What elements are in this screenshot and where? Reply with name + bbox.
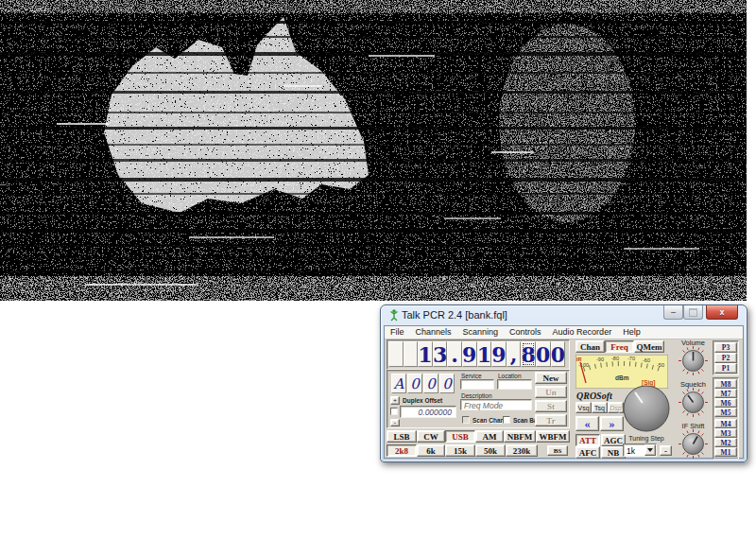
meter-scale-label: -50 xyxy=(657,362,664,368)
location-input[interactable] xyxy=(497,379,532,390)
mode-usb-button[interactable]: USB xyxy=(445,430,475,443)
squelch-button-row: Vsq Tsq Dsp xyxy=(576,402,624,413)
freq-digit-cell[interactable] xyxy=(388,341,404,367)
double-chevron-left-icon: « xyxy=(585,417,591,431)
description-input[interactable]: Freq Mode xyxy=(460,399,532,410)
preset-p3-button[interactable]: P3 xyxy=(714,342,737,353)
maximize-icon xyxy=(689,308,697,317)
tuning-knob[interactable] xyxy=(622,384,671,433)
mode-cw-button[interactable]: CW xyxy=(417,430,445,443)
freq-digit-cell[interactable]: . xyxy=(447,341,462,367)
app-icon xyxy=(387,308,401,322)
tab-chan[interactable]: Chan xyxy=(576,340,605,353)
window-content: File Channels Scanning Controls Audio Re… xyxy=(384,325,744,459)
tuning-step-select[interactable]: 1k xyxy=(623,443,657,457)
tuning-step-dropdown-button[interactable] xyxy=(644,444,656,456)
menu-help[interactable]: Help xyxy=(617,326,646,339)
filter-15k-button[interactable]: 15k xyxy=(445,444,475,457)
received-noise-image xyxy=(0,0,747,301)
freq-digit-cell[interactable]: , xyxy=(507,341,522,367)
minimize-button[interactable]: – xyxy=(663,305,683,320)
duplex-checkbox[interactable] xyxy=(390,408,398,415)
duplex-offset-label: Duplex Offset xyxy=(403,397,442,404)
mode-wbfm-button[interactable]: WBFM xyxy=(536,430,570,443)
menu-bar: File Channels Scanning Controls Audio Re… xyxy=(385,326,743,339)
menu-scanning[interactable]: Scanning xyxy=(457,326,505,339)
freq-digit-cell[interactable]: 9 xyxy=(462,341,477,367)
volume-knob[interactable] xyxy=(678,345,709,376)
freq-digit-cell[interactable]: 1 xyxy=(477,341,492,367)
memory-m8-button[interactable]: M8 xyxy=(714,379,737,389)
meter-unit-label: dBm xyxy=(615,374,629,381)
bs-button[interactable]: BS xyxy=(547,445,568,456)
memory-m4-button[interactable]: M4 xyxy=(714,419,737,428)
menu-controls[interactable]: Controls xyxy=(504,326,547,339)
freq-digit-cell[interactable] xyxy=(404,341,419,367)
channel-digit-cell[interactable]: 0 xyxy=(407,374,422,393)
maximize-button[interactable] xyxy=(683,305,703,320)
menu-file[interactable]: File xyxy=(385,326,410,339)
menu-channels[interactable]: Channels xyxy=(410,326,457,339)
if-shift-knob[interactable] xyxy=(678,428,709,460)
memory-m7-button[interactable]: M7 xyxy=(714,389,737,398)
memory-m6-button[interactable]: M6 xyxy=(714,398,737,408)
att-button[interactable]: ATT xyxy=(576,434,600,446)
description-label: Description xyxy=(461,392,492,399)
client-area: 1 3 . 9 1 9 , 8 0 0 A 0 0 0 + Duplex Off… xyxy=(385,339,743,458)
filter-6k-button[interactable]: 6k xyxy=(417,444,445,457)
tuning-step-minus-button[interactable]: - xyxy=(660,445,672,456)
frequency-display: 1 3 . 9 1 9 , 8 0 0 xyxy=(388,341,565,367)
freq-digit-cell[interactable]: 0 xyxy=(536,341,551,367)
freq-digit-cell[interactable]: 0 xyxy=(551,341,566,367)
memory-m3-button[interactable]: M3 xyxy=(714,428,737,438)
duplex-minus-button[interactable]: - xyxy=(390,419,400,426)
tuning-step-label: Tuning Step xyxy=(624,435,669,442)
preset-p2-button[interactable]: P2 xyxy=(714,353,737,363)
filter-row: 2k8 6k 15k 50k 230k xyxy=(387,444,538,457)
memory-m1-button[interactable]: M1 xyxy=(714,447,737,457)
tab-freq[interactable]: Freq xyxy=(605,340,634,353)
double-chevron-right-icon: » xyxy=(610,417,615,431)
menu-audio-recorder[interactable]: Audio Recorder xyxy=(547,326,618,339)
channel-panel: A 0 0 0 + Duplex Offset 0.000000 - Servi… xyxy=(387,370,570,428)
freq-digit-cell[interactable]: 3 xyxy=(433,341,448,367)
filter-50k-button[interactable]: 50k xyxy=(475,444,506,457)
channel-digit-cell[interactable]: 0 xyxy=(439,374,455,393)
afc-button[interactable]: AFC xyxy=(576,446,600,459)
squelch-knob[interactable] xyxy=(678,387,709,418)
filter-230k-button[interactable]: 230k xyxy=(506,444,538,457)
new-channel-button[interactable]: New xyxy=(535,372,567,384)
location-label: Location xyxy=(498,373,522,379)
title-bar[interactable]: Talk PCR 2.4 [bank.fql] – x xyxy=(381,305,747,325)
scan-chan-checkbox xyxy=(462,416,470,424)
filter-2k8-button[interactable]: 2k8 xyxy=(387,444,417,457)
st-button: St xyxy=(535,400,567,412)
memory-m5-button[interactable]: M5 xyxy=(714,408,737,417)
mode-lsb-button[interactable]: LSB xyxy=(387,430,417,443)
service-input[interactable] xyxy=(460,379,494,390)
channel-digit-cell[interactable]: 0 xyxy=(423,374,438,393)
vsq-button[interactable]: Vsq xyxy=(576,402,592,413)
close-button[interactable]: x xyxy=(706,305,738,320)
duplex-offset-field[interactable]: 0.000000 xyxy=(400,406,456,418)
tsq-button[interactable]: Tsq xyxy=(592,402,608,413)
memory-m2-button[interactable]: M2 xyxy=(714,438,737,447)
duplex-plus-button[interactable]: + xyxy=(390,396,400,405)
freq-digit-cell[interactable]: 9 xyxy=(491,341,507,367)
scan-bank-checkbox[interactable] xyxy=(503,416,510,424)
meter-scale-label: -70 xyxy=(627,356,635,361)
freq-digit-cell-focused[interactable]: 8 xyxy=(521,341,536,367)
step-up-button[interactable]: » xyxy=(600,416,624,431)
service-label: Service xyxy=(461,373,482,379)
tuning-step-value: 1k xyxy=(627,446,635,456)
mode-am-button[interactable]: AM xyxy=(475,430,504,443)
mode-nbfm-button[interactable]: NBFM xyxy=(504,430,536,443)
freq-digit-cell[interactable]: 1 xyxy=(418,341,433,367)
step-down-button[interactable]: « xyxy=(576,416,599,431)
bank-cell[interactable]: A xyxy=(391,374,406,393)
meter-corner-label: IR xyxy=(576,356,582,362)
tab-qmem[interactable]: QMem xyxy=(634,340,664,353)
preset-p1-button[interactable]: P1 xyxy=(714,363,737,374)
un-button: Un xyxy=(535,386,567,398)
mode-row: LSB CW USB AM NBFM WBFM xyxy=(387,430,570,443)
